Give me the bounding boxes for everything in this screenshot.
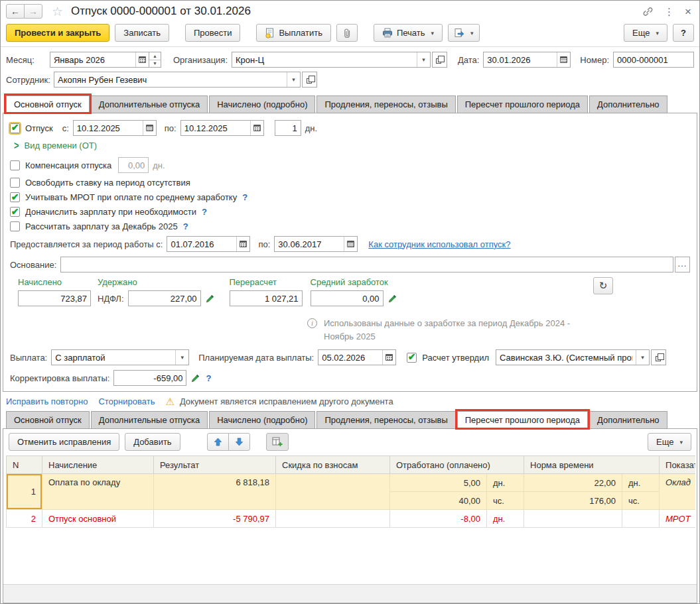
row-number-cell[interactable]: 1 [7,474,42,510]
row-number-cell[interactable]: 2 [7,510,42,528]
correction-input[interactable] [114,371,186,385]
table-more-button[interactable]: Еще▾ [648,433,691,451]
col-norm[interactable]: Норма времени [524,456,660,474]
organization-open-button[interactable] [432,52,447,68]
tab-past-period-recalc[interactable]: Пересчет прошлого периода [457,95,588,113]
discount-cell[interactable] [276,510,390,528]
pay-button[interactable]: Выплатить [256,24,331,42]
norm-days-cell[interactable]: 22,00 [524,474,622,492]
work-period-to-input[interactable] [275,237,344,251]
attachments-button[interactable] [336,24,358,42]
tab-additional-vacations[interactable]: Дополнительные отпуска [91,95,208,113]
month-calendar-button[interactable] [135,52,149,67]
accrual-cell[interactable]: Отпуск основной [42,510,154,528]
surcharge-hint-icon[interactable]: ? [202,207,207,217]
compensation-checkbox[interactable] [10,160,20,170]
change-form-button[interactable] [266,433,289,451]
get-link-icon[interactable] [642,6,654,17]
indicator-cell[interactable]: МРОТ [660,510,695,528]
surcharge-checkbox[interactable] [10,207,20,217]
table-row[interactable]: 2 Отпуск основной -5 790,97 -8,00 дн. МР… [7,510,695,528]
days-count-input[interactable] [275,121,301,135]
tab-main-vacation-2[interactable]: Основной отпуск [6,411,90,429]
ndfl-input[interactable] [129,291,200,306]
vacation-from-input[interactable] [74,121,143,135]
create-based-on-button[interactable]: ▾ [448,24,480,42]
basis-choose-button[interactable]: ... [675,257,690,272]
favorite-star-icon[interactable]: ☆ [52,5,63,18]
calc-december-hint-icon[interactable]: ? [183,221,188,231]
post-button[interactable]: Провести [185,24,241,42]
tab-additional-vacations-2[interactable]: Дополнительные отпуска [91,411,208,429]
tab-past-period-recalc-2[interactable]: Пересчет прошлого периода [457,411,588,429]
table-row[interactable]: 1 Оплата по окладу 6 818,18 5,00 дн. 22,… [7,474,695,492]
fix-again-link[interactable]: Исправить повторно [6,396,88,406]
from-calendar-button[interactable] [143,121,156,135]
month-input[interactable] [50,52,135,67]
organization-input[interactable] [232,52,417,67]
col-indicators[interactable]: Показатели [660,456,695,474]
payout-dropdown-button[interactable]: ▾ [175,350,188,365]
more-button[interactable]: Еще▾ [624,24,667,42]
close-icon[interactable]: × [685,6,691,17]
correction-hint-icon[interactable]: ? [206,373,211,383]
approved-by-open-button[interactable] [651,349,666,365]
cancel-fix-button[interactable]: Отменить исправления [9,433,119,451]
col-accrual[interactable]: Начисление [42,456,154,474]
planned-date-input[interactable] [318,350,382,365]
tab-extensions-transfers[interactable]: Продления, переносы, отзывы [316,95,455,113]
norm-days-unit-cell[interactable]: дн. [622,474,660,492]
add-row-button[interactable]: Добавить [125,433,180,451]
work-to-calendar-button[interactable] [344,237,357,251]
spinner-down-icon[interactable]: ▼ [149,60,161,68]
vacation-usage-link[interactable]: Как сотрудник использовал отпуск? [368,239,510,249]
back-button[interactable]: ← [6,4,25,19]
reverse-link[interactable]: Сторнировать [98,396,155,406]
col-n[interactable]: N [7,456,42,474]
norm-hours-unit-cell[interactable]: чс. [622,492,660,510]
move-up-button[interactable] [207,433,229,451]
payout-input[interactable] [52,350,175,365]
tab-accrued-details-2[interactable]: Начислено (подробно) [209,411,315,429]
release-rate-checkbox[interactable] [10,178,20,188]
post-and-close-button[interactable]: Провести и закрыть [6,24,109,42]
window-menu-icon[interactable]: ⋮ [664,7,674,17]
vacation-to-input[interactable] [181,121,250,135]
tab-main-vacation[interactable]: Основной отпуск [6,95,90,113]
worked-days-cell[interactable]: 5,00 [390,474,487,492]
worked-days-unit-cell[interactable]: дн. [487,474,524,492]
write-button[interactable]: Записать [115,24,169,42]
discount-cell[interactable] [276,474,390,510]
forward-button[interactable]: → [24,4,42,19]
tab-accrued-details[interactable]: Начислено (подробно) [209,95,315,113]
correction-edit-pencil-icon[interactable] [190,373,200,383]
norm-days-unit-cell[interactable] [622,510,660,528]
employee-input[interactable] [54,72,287,87]
date-calendar-button[interactable] [557,52,570,67]
to-calendar-button[interactable] [250,121,263,135]
approved-checkbox[interactable] [407,353,417,363]
planned-date-calendar-button[interactable] [382,350,395,365]
accrual-cell[interactable]: Оплата по окладу [42,474,154,510]
spinner-up-icon[interactable]: ▲ [149,52,161,60]
help-button[interactable]: ? [673,24,694,42]
tab-additional[interactable]: Дополнительно [589,95,667,113]
mrot-checkbox[interactable] [10,192,20,202]
tab-extensions-transfers-2[interactable]: Продления, переносы, отзывы [316,411,455,429]
work-period-from-input[interactable] [167,237,236,251]
worked-days-unit-cell[interactable]: дн. [487,510,524,528]
approved-by-dropdown-button[interactable]: ▾ [636,350,649,365]
basis-input[interactable] [61,257,673,272]
approved-by-input[interactable] [496,350,636,365]
average-earnings-input[interactable] [311,291,383,306]
employee-dropdown-button[interactable]: ▾ [287,72,300,87]
work-from-calendar-button[interactable] [236,237,249,251]
time-kind-expander[interactable]: > Вид времени (ОТ) [14,141,690,151]
number-input[interactable] [614,52,693,67]
average-edit-pencil-icon[interactable] [387,294,397,304]
mrot-hint-icon[interactable]: ? [242,192,247,202]
recalculation-input[interactable] [230,291,302,306]
vacation-checkbox[interactable] [10,123,20,133]
col-discount[interactable]: Скидка по взносам [276,456,390,474]
tab-additional-2[interactable]: Дополнительно [589,411,667,429]
